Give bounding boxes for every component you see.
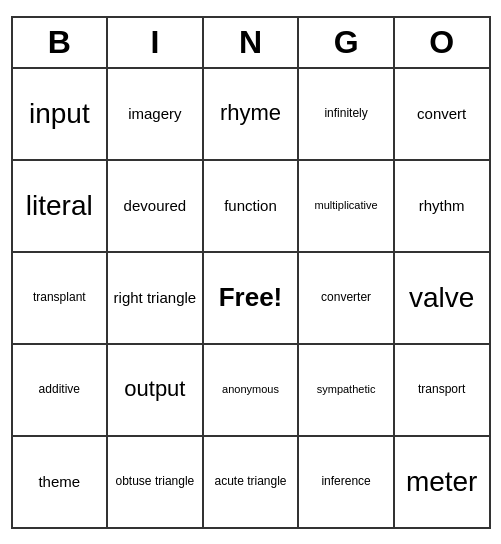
bingo-cell: inference	[299, 437, 395, 527]
cell-text: theme	[38, 473, 80, 491]
bingo-cell: devoured	[108, 161, 204, 251]
cell-text: input	[29, 97, 90, 131]
bingo-cell: meter	[395, 437, 489, 527]
bingo-cell: theme	[13, 437, 109, 527]
cell-text: inference	[321, 474, 370, 488]
cell-text: rhyme	[220, 100, 281, 126]
cell-text: multiplicative	[315, 199, 378, 212]
bingo-cell: right triangle	[108, 253, 204, 343]
bingo-cell: rhyme	[204, 69, 300, 159]
bingo-cell: imagery	[108, 69, 204, 159]
cell-text: Free!	[219, 282, 283, 313]
header-letter: O	[395, 18, 489, 67]
bingo-row: transplantright triangleFree!converterva…	[13, 253, 489, 345]
cell-text: imagery	[128, 105, 181, 123]
cell-text: rhythm	[419, 197, 465, 215]
bingo-card: BINGO inputimageryrhymeinfinitelyconvert…	[11, 16, 491, 529]
header-letter: B	[13, 18, 109, 67]
cell-text: convert	[417, 105, 466, 123]
cell-text: meter	[406, 465, 478, 499]
bingo-cell: converter	[299, 253, 395, 343]
bingo-cell: anonymous	[204, 345, 300, 435]
cell-text: function	[224, 197, 277, 215]
bingo-cell: multiplicative	[299, 161, 395, 251]
header-letter: G	[299, 18, 395, 67]
bingo-cell: function	[204, 161, 300, 251]
bingo-cell: input	[13, 69, 109, 159]
cell-text: right triangle	[114, 289, 197, 307]
bingo-cell: additive	[13, 345, 109, 435]
header-letter: N	[204, 18, 300, 67]
cell-text: converter	[321, 290, 371, 304]
bingo-cell: Free!	[204, 253, 300, 343]
bingo-grid: inputimageryrhymeinfinitelyconvertlitera…	[13, 69, 489, 527]
cell-text: transport	[418, 382, 465, 396]
bingo-cell: rhythm	[395, 161, 489, 251]
bingo-cell: output	[108, 345, 204, 435]
cell-text: devoured	[124, 197, 187, 215]
bingo-cell: literal	[13, 161, 109, 251]
cell-text: literal	[26, 189, 93, 223]
bingo-cell: transplant	[13, 253, 109, 343]
bingo-cell: sympathetic	[299, 345, 395, 435]
bingo-cell: acute triangle	[204, 437, 300, 527]
cell-text: additive	[39, 382, 80, 396]
cell-text: valve	[409, 281, 474, 315]
header-letter: I	[108, 18, 204, 67]
bingo-cell: obtuse triangle	[108, 437, 204, 527]
bingo-row: additiveoutputanonymoussympathetictransp…	[13, 345, 489, 437]
cell-text: obtuse triangle	[116, 474, 195, 488]
bingo-row: literaldevouredfunctionmultiplicativerhy…	[13, 161, 489, 253]
cell-text: sympathetic	[317, 383, 376, 396]
cell-text: acute triangle	[214, 474, 286, 488]
bingo-cell: infinitely	[299, 69, 395, 159]
cell-text: anonymous	[222, 383, 279, 396]
cell-text: output	[124, 376, 185, 402]
bingo-header: BINGO	[13, 18, 489, 69]
bingo-cell: valve	[395, 253, 489, 343]
bingo-cell: transport	[395, 345, 489, 435]
bingo-cell: convert	[395, 69, 489, 159]
bingo-row: themeobtuse triangleacute triangleinfere…	[13, 437, 489, 527]
cell-text: transplant	[33, 290, 86, 304]
cell-text: infinitely	[324, 106, 367, 120]
bingo-row: inputimageryrhymeinfinitelyconvert	[13, 69, 489, 161]
